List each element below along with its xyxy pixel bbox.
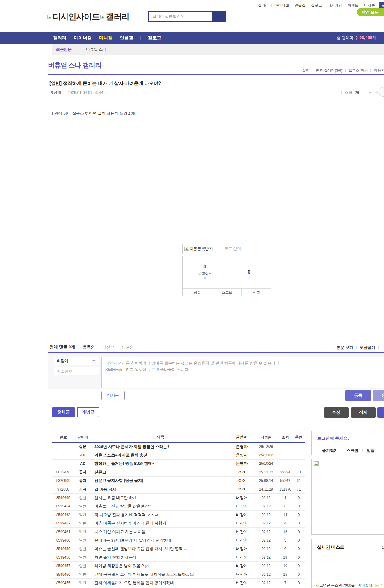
table-row[interactable]: 8599460 일반 유레이는 3천명보던게 다 날라간게 신기하네 버장애 0… bbox=[52, 536, 305, 544]
view-post-button[interactable]: 본문 보기 bbox=[337, 345, 353, 350]
row-writer[interactable]: 버장애 bbox=[230, 529, 254, 535]
table-row[interactable]: 8599458 일반 저년 습박 진짜 가겠는데 버장애 02:12 13 0 bbox=[52, 553, 305, 562]
search-button[interactable] bbox=[212, 12, 226, 21]
scrap-tab[interactable]: 스크랩 bbox=[346, 448, 358, 453]
favorites-tab[interactable]: 즐겨찾기 bbox=[322, 448, 338, 453]
comment-submit-button[interactable]: 등록 bbox=[345, 390, 371, 400]
share-button[interactable]: 공유 bbox=[183, 289, 212, 296]
row-writer[interactable]: 버장애 bbox=[230, 495, 254, 500]
best-caption-2[interactable]: 베네슈에리사 푸 bbox=[358, 583, 384, 588]
best-thumbnail-2[interactable] bbox=[358, 559, 384, 581]
night-mode-toggle[interactable]: 야간 모드 bbox=[357, 8, 384, 16]
gallery-title[interactable]: 버츄얼 스나 갤러리 bbox=[48, 61, 101, 70]
post-link[interactable]: 엘시는 요즘 배그만 하네 bbox=[92, 495, 230, 500]
usage-guide-link[interactable]: 이용안내 bbox=[374, 68, 384, 73]
post-link[interactable]: 미츄보는 신규 탈짱들 많을껄??? bbox=[92, 503, 230, 509]
util-link-person-gallery[interactable]: 인물갤 bbox=[295, 3, 305, 8]
table-row[interactable]: 8599455 일반 진짜 이세돌까지 오면 통깨들 입지 없어지겠네 버장애 … bbox=[52, 579, 305, 587]
upvote-area[interactable]: 0 고정닉 0 bbox=[183, 256, 227, 288]
post-link[interactable]: 신문고 공지사항 (답글 금지) bbox=[92, 478, 230, 483]
row-writer[interactable]: 버장애 bbox=[230, 563, 254, 568]
util-link-dcgame[interactable]: 디시게임 bbox=[328, 3, 342, 8]
comment-submit-button-secondary[interactable]: 등록 bbox=[373, 390, 384, 400]
post-author[interactable]: 버장애 bbox=[50, 90, 61, 95]
row-writer[interactable]: 운영자 bbox=[230, 452, 254, 458]
row-writer[interactable]: 버장애 bbox=[230, 580, 254, 586]
util-link-gallery[interactable]: 갤러리 bbox=[258, 3, 269, 8]
post-link[interactable]: 겨울 스포츠&레저로 활력 충전 bbox=[92, 452, 230, 458]
row-writer[interactable]: 운영자 bbox=[230, 461, 254, 466]
nav-minor-gallery[interactable]: 마이너갤 bbox=[74, 35, 92, 41]
recent-visit-gallery[interactable]: 버츄얼 스나 bbox=[86, 47, 107, 52]
post-link[interactable]: 나오 게임 어쩌고 하는 새끼들 bbox=[92, 529, 230, 535]
row-writer[interactable]: 버장애 bbox=[230, 572, 254, 577]
gallery-settings-link[interactable]: 설정 bbox=[302, 68, 310, 73]
captcha-input[interactable] bbox=[224, 247, 257, 251]
table-row[interactable]: 8599457 일반 레이방 해장들은 남아 있음 ?[2] 버장애 02:12… bbox=[52, 562, 305, 570]
related-galleries-link[interactable]: 연관 갤러리(3/6) bbox=[316, 68, 342, 73]
post-link[interactable]: 근데 궁금해서 그런데 이세돌도 치지직을 오고싶을까...[1] bbox=[92, 572, 230, 577]
row-writer[interactable]: 버장애 bbox=[230, 520, 254, 526]
search-input[interactable] bbox=[149, 12, 212, 21]
best-thumbnail-1[interactable] bbox=[316, 559, 355, 581]
sort-newest[interactable]: 최신순 bbox=[103, 344, 114, 350]
nav-person-gallery[interactable]: 인물갤 bbox=[120, 35, 133, 41]
row-writer[interactable]: 버장애 bbox=[230, 512, 254, 518]
comment-textarea[interactable]: 타인의 권리를 침해하거나 명예를 훼손하는 댓글은 운영원칙 및 관련 법률에… bbox=[101, 357, 384, 388]
nav-gallery[interactable]: 갤러리 bbox=[53, 35, 67, 41]
sidebar-ad-box[interactable] bbox=[311, 459, 384, 535]
row-writer[interactable]: 버장애 bbox=[230, 555, 254, 560]
table-row[interactable]: - 설문 2026년 사주나 운세가 제일 궁금한 스타는? 운영자 25/12… bbox=[52, 442, 305, 451]
row-writer[interactable]: 운영자 bbox=[230, 444, 254, 449]
table-row[interactable]: 8599456 일반 근데 궁금해서 그런데 이세돌도 치지직을 오고싶을까..… bbox=[52, 570, 305, 579]
best-pagination[interactable]: 1/ bbox=[382, 545, 384, 550]
best-caption-1[interactable]: 시그벼근 구스팩 7900을 bbox=[316, 583, 355, 588]
row-writer[interactable]: ㅇㅇ bbox=[230, 470, 254, 475]
table-row[interactable]: 972656 공지 갤 이용 공지 ㅇㅇ 24.11.29 131376 71 bbox=[52, 485, 305, 494]
copy-gallery-url-link[interactable]: 갤주소 복사 bbox=[349, 68, 368, 73]
row-writer[interactable]: ㅇㅇ bbox=[230, 478, 254, 483]
post-link[interactable]: 함께하는 즐거움! 명품 BJ와 함께~ bbox=[92, 461, 230, 466]
table-row[interactable]: 8013476 공지 신문고 ㅇㅇ 25.12.12 29334 13 bbox=[52, 468, 305, 476]
recent-visit-label[interactable]: 최근방문 bbox=[56, 47, 72, 52]
table-row[interactable]: 8599464 일반 미츄보는 신규 탈짱들 많을껄??? 버장애 02:12 … bbox=[52, 502, 305, 511]
write-button[interactable]: 글쓰기 bbox=[377, 407, 384, 418]
nav-mini-gallery[interactable]: 미니갤 bbox=[99, 35, 112, 41]
post-link[interactable]: 와 나오방 진짜 음지네 걱걱걱 ㅇㅈㄹ bbox=[92, 512, 230, 518]
post-link[interactable]: 2026년 사주나 운세가 제일 궁금한 스타는? bbox=[92, 444, 230, 449]
close-comments-button[interactable]: 댓글닫기 bbox=[360, 345, 375, 350]
comment-password-input[interactable] bbox=[54, 367, 99, 375]
report-button[interactable]: 신고 bbox=[242, 289, 271, 296]
row-writer[interactable]: 버장애 bbox=[230, 538, 254, 543]
site-logo[interactable]: 디시인사이드 갤러리 bbox=[47, 11, 129, 22]
downvote-area[interactable]: 0 bbox=[227, 256, 272, 288]
dccon-button[interactable]: 디시콘 bbox=[101, 391, 125, 400]
post-link[interactable]: 미츄 이쪽은 진지하게 에스더 한테 위협임 bbox=[92, 520, 230, 526]
table-row[interactable]: 8599459 일반 미츄는 숲일때 갠방보다 유튭 합방 다시보기만 깔짝 .… bbox=[52, 545, 305, 553]
post-link[interactable]: 유레이는 3천명보던게 다 날라간게 신기하네 bbox=[92, 538, 230, 543]
post-link[interactable]: 미츄는 숲일때 갠방보다 유튭 합방 다시보기만 깔짝 ... bbox=[92, 546, 230, 551]
post-link[interactable]: 신문고 bbox=[92, 470, 230, 475]
alerts-tab[interactable]: 알림 bbox=[367, 448, 375, 453]
util-link-dccon[interactable]: 디시콘 bbox=[364, 3, 375, 8]
table-row[interactable]: - AD 함께하는 즐거움! 명품 BJ와 함께~ 운영자 25/10/24 -… bbox=[52, 460, 305, 468]
row-writer[interactable]: 버장애 bbox=[230, 546, 254, 551]
sort-replies[interactable]: 답글순 bbox=[122, 344, 134, 350]
table-row[interactable]: 8599463 일반 와 나오방 진짜 음지네 걱걱걱 ㅇㅈㄹ 버장애 02:1… bbox=[52, 511, 305, 519]
table-row[interactable]: 8599461 일반 나오 게임 어쩌고 하는 새끼들 버장애 02:12 16… bbox=[52, 528, 305, 536]
util-link-event[interactable]: 이벤트 bbox=[348, 3, 358, 8]
all-posts-button[interactable]: 전체글 bbox=[52, 407, 75, 417]
row-writer[interactable]: 버장애 bbox=[230, 503, 254, 509]
table-row[interactable]: 5320909 공지 신문고 공지사항 (답글 금지) ㅇㅇ 25.08.14 … bbox=[52, 477, 305, 485]
post-link[interactable]: 레이방 해장들은 남아 있음 ?[2] bbox=[92, 563, 230, 568]
util-link-gallog[interactable]: 갤로그 bbox=[311, 3, 322, 8]
best-posts-button[interactable]: 개념글 bbox=[77, 407, 99, 417]
nav-gallog[interactable]: 갤로그 bbox=[148, 35, 161, 41]
delete-button[interactable]: 삭제 bbox=[351, 407, 376, 418]
post-more-button[interactable] bbox=[379, 87, 384, 97]
row-writer[interactable]: ㅇㅇ bbox=[230, 487, 254, 492]
util-link-minor-gallery[interactable]: 마이너갤 bbox=[274, 3, 289, 8]
table-row[interactable]: 8599462 일반 미츄 이쪽은 진지하게 에스더 한테 위협임 버장애 02… bbox=[52, 519, 305, 528]
post-link[interactable]: 진짜 이세돌까지 오면 통깨들 입지 없어지겠네 bbox=[92, 580, 230, 586]
edit-button[interactable]: 수정 bbox=[324, 407, 349, 418]
